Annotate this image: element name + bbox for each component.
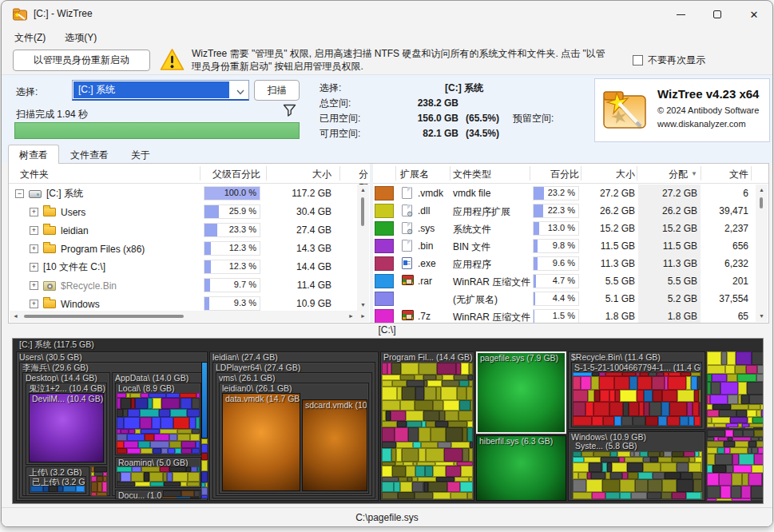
scroll-up-icon[interactable]: ▲ — [756, 185, 768, 196]
close-button[interactable]: ✕ — [736, 1, 772, 28]
extension-table-row[interactable]: .rarWinRAR 压缩文件4.7 %5.5 GB5.5 GB201 — [373, 272, 756, 290]
treemap-mosaic[interactable] — [30, 486, 85, 492]
treemap-file-block[interactable]: data.vmdk (14.7 GB) — [222, 393, 300, 491]
scroll-left-icon[interactable]: ◄ — [10, 311, 22, 322]
extension-table-row[interactable]: .vmdkvmdk file23.2 %27.2 GB27.2 GB6 — [373, 185, 756, 202]
treemap-tile — [94, 466, 107, 472]
treemap-mosaic[interactable] — [707, 351, 764, 428]
expand-toggle[interactable]: + — [30, 281, 38, 290]
percent-value: 100.0 % — [224, 188, 256, 197]
extension-table-row[interactable]: .dll应用程序扩展22.3 %26.2 GB26.2 GB39,471 — [373, 202, 756, 220]
column-header-percent[interactable]: 百分比 — [531, 168, 579, 181]
expand-toggle[interactable]: + — [30, 300, 38, 308]
scroll-right-icon[interactable]: ► — [345, 311, 357, 322]
treemap-mosaic[interactable] — [573, 372, 701, 426]
folder-table-row[interactable]: +Windows9.3 %10.9 GB — [9, 295, 357, 311]
treemap[interactable]: [C:] 系统 (117.5 GB)Users\ (30.5 GB)李海兵\ (… — [12, 338, 764, 504]
scroll-up-icon[interactable]: ▲ — [357, 185, 369, 196]
treemap-mosaic[interactable] — [163, 490, 200, 498]
expand-toggle[interactable]: + — [30, 263, 38, 272]
scan-button[interactable]: 扫描 — [254, 80, 300, 101]
treemap-file-block[interactable]: sdcard.vmdk (10.3 GB) — [302, 399, 367, 491]
filter-icon[interactable] — [283, 104, 296, 117]
treemap-tile — [573, 463, 589, 472]
treemap-file-block[interactable] — [201, 362, 208, 439]
treemap-mosaic[interactable] — [201, 439, 208, 498]
column-header-extension[interactable]: 扩展名 — [400, 168, 429, 181]
maximize-button[interactable] — [699, 1, 736, 28]
treemap-mosaic[interactable] — [117, 466, 200, 486]
treemap-mosaic[interactable] — [707, 430, 764, 501]
treemap-file-block[interactable]: DevilM... (10.4 GB) — [29, 393, 104, 463]
drive-combobox[interactable]: [C:] 系统 — [72, 80, 249, 101]
dont-show-again-checkbox[interactable] — [633, 55, 643, 66]
treemap-tile — [699, 402, 701, 415]
extension-table-row[interactable]: .binBIN 文件9.8 %11.5 GB11.5 GB656 — [373, 237, 756, 255]
treemap-tile — [707, 404, 712, 411]
menu-file[interactable]: 文件(Z) — [6, 28, 54, 47]
treemap-tile — [460, 482, 473, 492]
folder-table-row[interactable]: +Program Files (x86)12.3 %14.3 GB — [9, 240, 357, 258]
folder-table-row[interactable]: −[C:] 系统100.0 %117.2 GB — [9, 185, 357, 203]
treemap-tile — [701, 492, 702, 499]
titlebar[interactable]: [C:] - WizTree ✕ — [2, 1, 772, 28]
treemap-tile — [154, 434, 169, 441]
treemap-tile — [661, 402, 669, 415]
minimize-button[interactable] — [662, 1, 699, 28]
scrollbar-thumb[interactable] — [760, 197, 763, 208]
tab-file-view[interactable]: 文件查看 — [59, 145, 120, 164]
expand-toggle[interactable]: + — [30, 226, 38, 235]
column-header-filetype[interactable]: 文件类型 — [453, 168, 491, 181]
scrollbar-thumb[interactable] — [24, 315, 184, 318]
column-header-files[interactable]: 文件 — [701, 168, 748, 181]
extension-table-row[interactable]: .exe应用程序9.6 %11.3 GB11.3 GB6,232 — [373, 255, 756, 272]
tab-tree-view[interactable]: 树查看 — [8, 145, 59, 164]
expand-toggle[interactable]: + — [30, 208, 38, 216]
treemap-tile — [715, 454, 732, 466]
folder-table-row[interactable]: +$Recycle.Bin9.7 %11.4 GB — [9, 276, 357, 295]
folder-table-vscrollbar[interactable]: ▲ ▼ — [357, 185, 369, 311]
treemap-tile — [141, 448, 153, 454]
expand-toggle[interactable]: − — [15, 189, 24, 198]
treemap-tile — [733, 430, 743, 437]
extension-table-vscrollbar[interactable]: ▲ ▼ — [756, 185, 768, 322]
menu-options[interactable]: 选项(Y) — [57, 28, 105, 47]
restart-as-admin-button[interactable]: 以管理员身份重新启动 — [13, 50, 150, 71]
treemap-tile — [752, 465, 764, 473]
extension-table-row[interactable]: .sys系统文件13.0 %15.2 GB15.2 GB2,237 — [373, 220, 756, 237]
extension-table-row[interactable]: (无扩展名)4.4 %5.1 GB5.2 GB37,554 — [373, 290, 756, 308]
expand-toggle[interactable]: + — [30, 244, 38, 253]
dont-show-again[interactable]: 不要再次显示 — [633, 54, 705, 67]
treemap-tile — [588, 390, 594, 402]
treemap-mosaic[interactable] — [382, 363, 473, 499]
treemap-tile — [397, 421, 407, 428]
column-header-alloc[interactable]: 分配 — [638, 168, 688, 181]
scroll-right-icon[interactable]: ► — [357, 311, 369, 322]
percent-bar-cell: 23.3 % — [204, 223, 260, 237]
folder-table-row[interactable]: +Users25.9 %30.4 GB — [9, 203, 357, 221]
treemap-file-block[interactable]: hiberfil.sys (6.3 GB) — [476, 435, 566, 501]
folder-table-row[interactable]: +[10 文件在 C:\]12.3 %14.4 GB — [9, 258, 357, 276]
folder-table-hscrollbar[interactable]: ◄ ► — [10, 311, 357, 322]
column-header-size[interactable]: 大小 — [582, 168, 635, 181]
treemap-tile — [181, 441, 196, 449]
scroll-down-icon[interactable]: ▼ — [756, 311, 768, 322]
treemap-tile — [729, 427, 740, 428]
folder-table-row[interactable]: +leidian23.3 %27.4 GB — [9, 221, 357, 240]
scrollbar-thumb[interactable] — [361, 197, 364, 226]
treemap-mosaic[interactable] — [117, 393, 200, 454]
scroll-down-icon[interactable]: ▼ — [357, 300, 369, 311]
column-header-folder[interactable]: 文件夹 — [20, 168, 49, 181]
branding-card: WizTree v4.23 x64 © 2024 Antibody Softwa… — [594, 78, 770, 142]
tab-about[interactable]: 关于 — [120, 145, 161, 164]
treemap-tile — [140, 409, 159, 417]
website-link[interactable]: www.diskanalyzer.com — [657, 119, 746, 129]
treemap-mosaic[interactable] — [573, 451, 702, 499]
treemap-tile — [612, 463, 626, 472]
column-header-parent-percent[interactable]: 父级百分比 — [169, 168, 260, 181]
treemap-selected-block[interactable]: pagefile.sys (7.9 GB) — [476, 351, 566, 434]
treemap-tile — [707, 441, 724, 447]
treemap-mosaic[interactable] — [91, 466, 107, 496]
column-header-size[interactable]: 大小 — [272, 168, 331, 181]
extension-table-row[interactable]: .7zWinRAR 压缩文件1.5 %1.8 GB1.8 GB65 — [373, 308, 756, 323]
